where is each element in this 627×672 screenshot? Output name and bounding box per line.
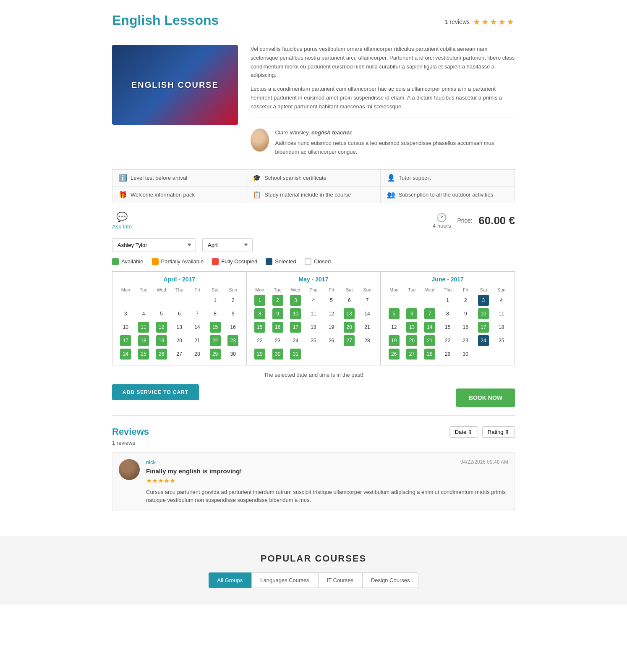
cal-day[interactable]: 4: [138, 308, 149, 319]
ask-info-button[interactable]: 💬 Ask Info: [112, 212, 132, 230]
cal-day[interactable]: 22: [254, 335, 265, 346]
cal-day[interactable]: 6: [174, 308, 185, 319]
cal-day[interactable]: 25: [308, 335, 319, 346]
cal-day[interactable]: 19: [326, 322, 337, 333]
cal-day[interactable]: 23: [227, 335, 238, 346]
cal-day[interactable]: 31: [290, 349, 301, 360]
cal-day[interactable]: 14: [192, 322, 203, 333]
tab-design-courses[interactable]: Design Courses: [362, 572, 419, 588]
cal-day[interactable]: 8: [210, 308, 221, 319]
cal-day[interactable]: 4: [308, 295, 319, 306]
cal-day[interactable]: 3: [290, 295, 301, 306]
cal-day[interactable]: 9: [272, 308, 283, 319]
sort-date-button[interactable]: Date ⇕: [449, 426, 478, 438]
cal-day[interactable]: 3: [478, 295, 489, 306]
cal-day[interactable]: 27: [344, 335, 355, 346]
cal-day[interactable]: 2: [227, 295, 238, 306]
cal-day[interactable]: 17: [290, 322, 301, 333]
cal-day[interactable]: 29: [254, 349, 265, 360]
cal-day[interactable]: 1: [210, 295, 221, 306]
cal-day[interactable]: 9: [227, 308, 238, 319]
cal-day[interactable]: 16: [227, 322, 238, 333]
cal-day[interactable]: 15: [442, 322, 453, 333]
cal-day[interactable]: 30: [227, 349, 238, 360]
cal-day[interactable]: 24: [290, 335, 301, 346]
cal-day[interactable]: 18: [138, 335, 149, 346]
cal-day[interactable]: 28: [424, 349, 435, 360]
cal-day[interactable]: 7: [192, 308, 203, 319]
cal-day[interactable]: 25: [138, 349, 149, 360]
cal-day[interactable]: 22: [210, 335, 221, 346]
cal-day[interactable]: 28: [192, 349, 203, 360]
cal-day[interactable]: 5: [389, 308, 400, 319]
cal-day[interactable]: 8: [442, 308, 453, 319]
cal-day[interactable]: 15: [210, 322, 221, 333]
tab-all-groups[interactable]: All Groups: [209, 572, 252, 588]
cal-day[interactable]: 12: [389, 322, 400, 333]
cal-day[interactable]: 19: [156, 335, 167, 346]
cal-day[interactable]: 2: [460, 295, 471, 306]
cal-day[interactable]: 18: [496, 322, 507, 333]
cal-day[interactable]: 15: [254, 322, 265, 333]
cal-day[interactable]: 13: [406, 322, 417, 333]
cal-day[interactable]: 2: [272, 295, 283, 306]
sort-rating-button[interactable]: Rating ⇕: [482, 426, 515, 438]
cal-day[interactable]: 14: [362, 308, 373, 319]
cal-day[interactable]: 16: [272, 322, 283, 333]
tab-it-courses[interactable]: IT Courses: [318, 572, 362, 588]
cal-day[interactable]: 6: [406, 308, 417, 319]
cal-day[interactable]: 3: [120, 308, 131, 319]
cal-day[interactable]: 11: [496, 308, 507, 319]
cal-day[interactable]: 28: [362, 335, 373, 346]
cal-day[interactable]: 29: [210, 349, 221, 360]
cal-day[interactable]: 27: [174, 349, 185, 360]
cal-day[interactable]: 20: [406, 335, 417, 346]
cal-day[interactable]: 13: [174, 322, 185, 333]
cal-day[interactable]: 17: [478, 322, 489, 333]
cal-day[interactable]: 26: [389, 349, 400, 360]
cal-day[interactable]: 6: [344, 295, 355, 306]
cal-day[interactable]: 23: [272, 335, 283, 346]
cal-day[interactable]: 11: [308, 308, 319, 319]
cal-day[interactable]: 12: [156, 322, 167, 333]
cal-day[interactable]: 7: [362, 295, 373, 306]
cal-day[interactable]: 20: [344, 322, 355, 333]
cal-day[interactable]: 10: [478, 308, 489, 319]
cal-day[interactable]: 4: [496, 295, 507, 306]
teacher-dropdown[interactable]: Ashley Tylor: [112, 238, 196, 252]
cal-day[interactable]: 8: [254, 308, 265, 319]
cal-day[interactable]: 11: [138, 322, 149, 333]
cal-day[interactable]: 22: [442, 335, 453, 346]
cal-day[interactable]: 19: [389, 335, 400, 346]
cal-day[interactable]: 5: [156, 308, 167, 319]
cal-day[interactable]: 12: [326, 308, 337, 319]
cal-day[interactable]: 14: [424, 322, 435, 333]
cal-day[interactable]: 1: [254, 295, 265, 306]
cal-day[interactable]: 25: [496, 335, 507, 346]
cal-day[interactable]: 21: [192, 335, 203, 346]
cal-day[interactable]: 21: [362, 322, 373, 333]
cal-day[interactable]: 24: [120, 349, 131, 360]
cal-day[interactable]: 26: [156, 349, 167, 360]
add-to-cart-button[interactable]: ADD SERVICE TO CART: [112, 384, 199, 400]
cal-day[interactable]: 23: [460, 335, 471, 346]
cal-day[interactable]: 13: [344, 308, 355, 319]
cal-day[interactable]: 30: [272, 349, 283, 360]
cal-day[interactable]: 7: [424, 308, 435, 319]
cal-day[interactable]: 20: [174, 335, 185, 346]
cal-day[interactable]: 10: [120, 322, 131, 333]
cal-day[interactable]: 26: [326, 335, 337, 346]
cal-day[interactable]: 17: [120, 335, 131, 346]
book-now-button[interactable]: BOOK NOW: [456, 388, 515, 407]
cal-day[interactable]: 5: [326, 295, 337, 306]
cal-day[interactable]: 21: [424, 335, 435, 346]
cal-day[interactable]: 9: [460, 308, 471, 319]
month-dropdown[interactable]: April: [202, 238, 253, 252]
cal-day[interactable]: 18: [308, 322, 319, 333]
cal-day[interactable]: 24: [478, 335, 489, 346]
cal-day[interactable]: 30: [460, 349, 471, 360]
cal-day[interactable]: 27: [406, 349, 417, 360]
cal-day[interactable]: 29: [442, 349, 453, 360]
tab-languages[interactable]: Languages Courses: [251, 572, 318, 588]
cal-day[interactable]: 1: [442, 295, 453, 306]
